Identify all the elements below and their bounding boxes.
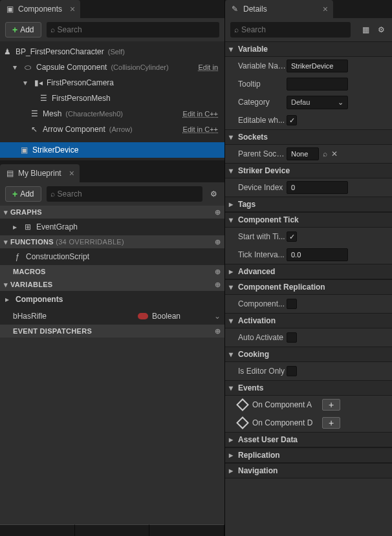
clear-icon[interactable]: ✕ [331,149,338,158]
close-icon[interactable]: × [323,4,328,14]
search-input[interactable] [58,189,199,198]
edit-cpp-link[interactable]: Edit in C++ [183,125,218,133]
editable-checkbox[interactable] [287,115,297,125]
prop-tooltip: Tooltip [225,75,392,93]
cat-striker-device[interactable]: ▾Striker Device [225,163,392,178]
tree-camera[interactable]: ▾ ▮◂ FirstPersonCamera [0,75,224,91]
cat-tags[interactable]: ▸Tags [225,197,392,212]
bp-search[interactable]: ⌕ [47,186,202,202]
cat-component-replication[interactable]: ▾Component Replication [225,279,392,295]
dispatchers-header[interactable]: EVENT DISPATCHERS ⊕ [0,325,224,338]
prop-editor-only: Is Editor Only [225,362,392,380]
tab-label: Details [243,5,267,14]
expand-icon[interactable]: ▾ [23,78,30,87]
chevron-down-icon[interactable]: ⌄ [214,312,221,321]
prop-auto-activate: Auto Activate [225,328,392,347]
search-icon: ⌕ [234,25,239,34]
device-index-input[interactable] [287,181,348,194]
add-event-button[interactable]: + [322,417,340,429]
auto-activate-checkbox[interactable] [287,332,297,343]
grid-icon[interactable]: ▦ [360,24,371,36]
add-component-button[interactable]: + Add [5,22,41,38]
search-input[interactable] [241,25,347,34]
start-tick-checkbox[interactable] [287,231,297,242]
search-input[interactable] [58,25,215,34]
plus-icon: + [12,25,17,35]
blueprint-icon: ▤ [5,169,14,178]
details-icon: ✎ [230,5,239,14]
edit-cpp-link[interactable]: Edit in [198,63,218,71]
expand-icon[interactable]: ▾ [4,238,10,246]
tree-root[interactable]: ♟ BP_FirstPersonCharacter (Self) [0,44,224,59]
event-graph[interactable]: ▸ ⊞ EventGraph [0,219,224,235]
graphs-header[interactable]: ▾ GRAPHS ⊕ [0,206,224,219]
cat-cooking[interactable]: ▾Cooking [225,347,392,362]
tooltip-input[interactable] [287,78,348,91]
add-icon[interactable]: ⊕ [215,238,221,246]
cat-events[interactable]: ▾Events [225,380,392,396]
variables-header[interactable]: ▾ VARIABLES ⊕ [0,278,224,291]
add-icon[interactable]: ⊕ [215,327,221,336]
prop-editable: Editable wh... [225,111,392,129]
expand-icon[interactable]: ▸ [5,295,12,304]
event-on-component-deactivated: On Component D + [225,414,392,432]
cat-advanced[interactable]: ▸Advanced [225,264,392,279]
construction-script[interactable]: ƒ ConstructionScript [0,248,224,265]
close-icon[interactable]: × [69,168,74,178]
boolean-pill-icon [138,313,148,319]
expand-icon[interactable]: ▾ [4,208,10,217]
tab-details[interactable]: ✎ Details × [225,0,333,18]
edit-cpp-link[interactable]: Edit in C++ [183,110,218,118]
components-icon: ▣ [5,5,14,14]
event-icon [236,398,249,411]
tab-components[interactable]: ▣ Components × [0,0,80,18]
add-icon[interactable]: ⊕ [215,208,221,217]
macros-header[interactable]: MACROS ⊕ [0,265,224,278]
add-icon[interactable]: ⊕ [215,281,221,289]
editor-only-checkbox[interactable] [287,366,297,376]
variable-name-input[interactable] [287,59,348,72]
tab-my-blueprint[interactable]: ▤ My Blueprint × [0,164,80,182]
expand-icon[interactable]: ▾ [13,63,19,72]
tree-fpmesh[interactable]: ☰ FirstPersonMesh [0,91,224,106]
close-icon[interactable]: × [70,4,75,14]
tree-mesh[interactable]: ☰ Mesh (CharacterMesh0) Edit in C++ [0,106,224,122]
parent-socket-input[interactable] [287,147,319,160]
add-event-button[interactable]: + [322,399,340,411]
cat-sockets[interactable]: ▾Sockets [225,129,392,145]
component-replicates-checkbox[interactable] [287,299,297,309]
var-components[interactable]: ▸ Components [0,291,224,308]
cat-component-tick[interactable]: ▾Component Tick [225,212,392,228]
browse-icon[interactable]: ⌕ [323,149,327,158]
var-bhasrifle[interactable]: bHasRifle Boolean ⌄ [0,308,224,325]
tree-capsule[interactable]: ▾ ⬭ Capsule Component (CollisionCylinder… [0,59,224,75]
plus-icon: + [12,189,17,199]
gear-icon[interactable]: ⚙ [208,188,219,200]
event-icon [236,416,249,429]
functions-header[interactable]: ▾ FUNCTIONS (34 OVERRIDABLE) ⊕ [0,235,224,248]
cat-asset-user-data[interactable]: ▸Asset User Data [225,432,392,447]
arrow-icon: ↖ [30,125,39,134]
add-bp-button[interactable]: + Add [5,186,41,202]
skeletalmesh-icon: ☰ [30,109,39,118]
footer-tabs[interactable] [0,524,224,536]
cat-replication[interactable]: ▸Replication [225,447,392,463]
expand-icon[interactable]: ▾ [4,281,10,289]
event-on-component-activated: On Component A + [225,396,392,414]
add-icon[interactable]: ⊕ [215,268,221,276]
tree-striker[interactable]: ▣ StrikerDevice [0,142,224,158]
tree-arrow[interactable]: ↖ Arrow Component (Arrow) Edit in C++ [0,122,224,137]
components-search[interactable]: ⌕ [47,22,219,38]
gear-icon[interactable]: ⚙ [375,24,387,36]
tick-interval-input[interactable] [287,248,348,261]
tab-label: My Blueprint [18,169,61,178]
cat-navigation[interactable]: ▸Navigation [225,463,392,478]
category-combo[interactable]: Defau⌄ [287,96,348,109]
prop-start-tick: Start with Ti... [225,228,392,246]
expand-icon[interactable]: ▸ [13,222,19,231]
prop-component-replicates: Component... [225,295,392,313]
cat-variable[interactable]: ▾Variable [225,41,392,57]
pawn-icon: ♟ [3,47,12,56]
details-search[interactable]: ⌕ [230,22,351,38]
cat-activation[interactable]: ▾Activation [225,313,392,328]
